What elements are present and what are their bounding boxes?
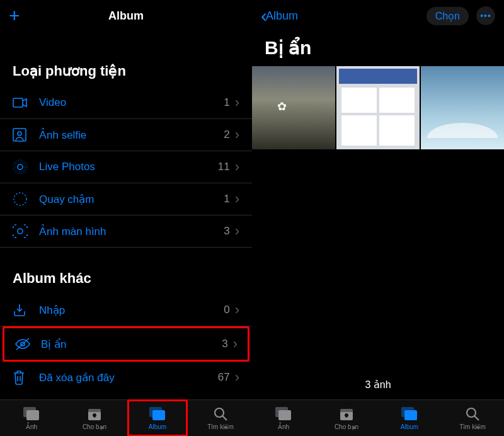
tab-label: Tìm kiếm xyxy=(459,423,486,430)
tab-label: Cho bạn xyxy=(83,423,106,430)
content: Loại phương tiện Video 1 › Ảnh selfie 2 … xyxy=(0,32,252,399)
selfie-icon xyxy=(13,128,32,142)
tab-label: Cho bạn xyxy=(335,423,358,430)
import-icon xyxy=(13,303,32,317)
album-tab-icon xyxy=(149,406,166,422)
row-hidden[interactable]: Bị ẩn 3 › xyxy=(3,326,249,362)
svg-point-24 xyxy=(467,408,476,417)
row-count: 0 xyxy=(224,304,229,316)
header: + Album xyxy=(0,0,252,32)
video-icon xyxy=(13,98,32,108)
select-button[interactable]: Chọn xyxy=(427,7,469,25)
chevron-right-icon: › xyxy=(235,191,239,207)
svg-point-6 xyxy=(14,193,26,205)
svg-point-7 xyxy=(18,229,23,234)
back-label: Album xyxy=(266,9,298,23)
tab-photos[interactable]: Ảnh xyxy=(252,400,315,436)
row-video[interactable]: Video 1 › xyxy=(0,87,252,119)
svg-point-2 xyxy=(18,132,21,135)
chevron-right-icon: › xyxy=(235,127,239,143)
svg-line-17 xyxy=(222,416,227,420)
svg-rect-11 xyxy=(26,410,39,420)
svg-rect-13 xyxy=(88,409,101,412)
row-count: 3 xyxy=(224,225,229,238)
back-button[interactable]: ‹ Album xyxy=(261,6,298,25)
svg-rect-1 xyxy=(13,129,26,141)
row-live-photos[interactable]: Live Photos 11 › xyxy=(0,151,252,183)
photo-thumbnail[interactable] xyxy=(421,66,504,149)
tab-label: Ảnh xyxy=(278,423,289,430)
add-icon[interactable]: + xyxy=(9,6,20,25)
svg-point-4 xyxy=(15,162,25,172)
search-tab-icon xyxy=(213,406,228,422)
row-selfie[interactable]: Ảnh selfie 2 › xyxy=(0,119,252,151)
more-icon: ••• xyxy=(480,11,491,21)
row-import[interactable]: Nhập 0 › xyxy=(0,294,252,326)
row-screenshot[interactable]: Ảnh màn hình 3 › xyxy=(0,215,252,248)
tab-album[interactable]: Album xyxy=(378,400,441,436)
row-recently-deleted[interactable]: Đã xóa gần đây 67 › xyxy=(0,362,252,393)
row-label: Live Photos xyxy=(32,161,218,173)
tab-search[interactable]: Tìm kiếm xyxy=(441,400,504,436)
svg-rect-19 xyxy=(278,410,291,420)
chevron-right-icon: › xyxy=(235,223,239,239)
svg-rect-15 xyxy=(152,410,165,420)
photo-thumbnail[interactable] xyxy=(252,66,335,149)
chevron-right-icon: › xyxy=(233,336,238,352)
row-count: 3 xyxy=(222,338,227,350)
row-label: Quay chậm xyxy=(32,193,224,206)
tab-label: Album xyxy=(149,423,166,430)
section-media-types: Loại phương tiện xyxy=(0,32,252,87)
row-label: Bị ẩn xyxy=(33,338,222,351)
thumbnail-grid xyxy=(252,66,504,149)
row-label: Ảnh màn hình xyxy=(32,225,224,238)
more-button[interactable]: ••• xyxy=(476,6,495,25)
page-title: Bị ẩn xyxy=(252,32,504,66)
row-count: 67 xyxy=(218,371,230,384)
row-label: Nhập xyxy=(32,304,224,317)
tab-foryou[interactable]: Cho bạn xyxy=(63,400,126,436)
chevron-right-icon: › xyxy=(235,95,239,111)
chevron-right-icon: › xyxy=(235,369,239,386)
tab-photos[interactable]: Ảnh xyxy=(0,400,63,436)
tab-album[interactable]: Album xyxy=(126,400,189,436)
screen-hidden-album: ‹ Album Chọn ••• Bị ẩn 3 ảnh Ảnh xyxy=(252,0,504,436)
row-slowmo[interactable]: Quay chậm 1 › xyxy=(0,183,252,215)
tab-label: Tìm kiếm xyxy=(207,423,234,430)
count-footer: 3 ảnh xyxy=(252,379,504,399)
tab-search[interactable]: Tìm kiếm xyxy=(189,400,252,436)
tab-bar: Ảnh Cho bạn Album Tìm kiếm xyxy=(252,399,504,436)
tab-foryou[interactable]: Cho bạn xyxy=(315,400,378,436)
row-label: Đã xóa gần đây xyxy=(32,371,218,384)
photos-tab-icon xyxy=(275,406,292,422)
tab-label: Ảnh xyxy=(26,423,37,430)
section-other-albums: Album khác xyxy=(0,248,252,294)
row-count: 11 xyxy=(218,161,230,173)
album-tab-icon xyxy=(401,406,418,422)
svg-point-16 xyxy=(215,408,224,417)
chevron-right-icon: › xyxy=(235,302,239,318)
live-icon xyxy=(13,159,32,175)
trash-icon xyxy=(13,370,32,385)
svg-rect-0 xyxy=(13,98,23,107)
row-label: Video xyxy=(32,96,224,109)
photos-tab-icon xyxy=(23,406,40,422)
svg-rect-23 xyxy=(404,410,417,420)
tab-label: Album xyxy=(401,423,418,430)
photo-thumbnail[interactable] xyxy=(336,66,420,149)
foryou-tab-icon xyxy=(87,406,102,422)
svg-rect-21 xyxy=(340,409,353,412)
hidden-icon xyxy=(14,337,33,351)
row-count: 1 xyxy=(224,96,229,109)
row-count: 2 xyxy=(224,129,229,141)
svg-point-3 xyxy=(18,164,23,169)
header-title: Album xyxy=(0,9,252,23)
slowmo-icon xyxy=(13,192,32,207)
screen-albums-list: + Album Loại phương tiện Video 1 › Ảnh s… xyxy=(0,0,252,436)
screenshot-icon xyxy=(13,224,32,238)
tab-bar: Ảnh Cho bạn Album Tìm kiếm xyxy=(0,399,252,436)
chevron-right-icon: › xyxy=(235,159,239,175)
row-label: Ảnh selfie xyxy=(32,129,224,142)
search-tab-icon xyxy=(465,406,480,422)
row-count: 1 xyxy=(224,193,229,205)
